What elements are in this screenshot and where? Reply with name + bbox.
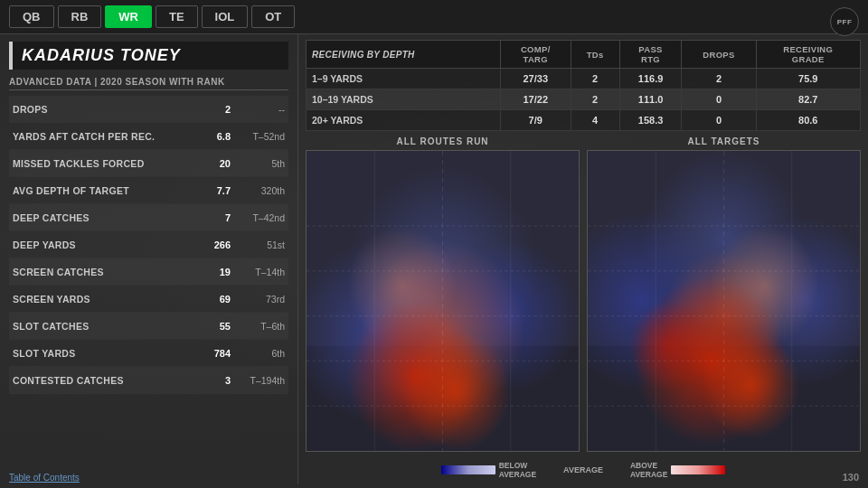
stat-value: 69 — [190, 294, 231, 305]
cell-tds: 4 — [571, 110, 619, 131]
stat-label: MISSED TACKLES FORCED — [13, 158, 190, 169]
page-number: 130 — [843, 472, 859, 483]
cell-grade: 75.9 — [756, 69, 861, 89]
cell-comp-targ: 27/33 — [501, 69, 571, 89]
cell-comp-targ: 7/9 — [501, 110, 571, 131]
stat-rank: T–14th — [231, 267, 285, 277]
cell-drops: 2 — [682, 69, 756, 89]
stat-row: MISSED TACKLES FORCED 20 5th — [9, 150, 288, 177]
cell-grade: 82.7 — [756, 89, 861, 110]
heatmap-routes-title: ALL ROUTES RUN — [396, 136, 488, 146]
legend-below-bar — [441, 465, 495, 474]
main-content: KADARIUS TONEY ADVANCED DATA | 2020 SEAS… — [0, 34, 868, 484]
stat-value: 3 — [190, 375, 231, 386]
stat-row: SCREEN CATCHES 19 T–14th — [9, 258, 288, 286]
cell-drops: 0 — [682, 110, 756, 131]
nav-ot[interactable]: OT — [251, 5, 295, 28]
cell-tds: 2 — [571, 89, 619, 110]
stat-value: 266 — [190, 239, 231, 250]
stat-rank: -- — [231, 104, 285, 115]
stat-row: AVG DEPTH OF TARGET 7.7 320th — [9, 177, 288, 204]
col-tds: TDs — [571, 41, 619, 69]
right-panel: RECEIVING BY DEPTH COMP/TARG TDs PASSRTG… — [298, 34, 868, 484]
stat-label: SCREEN YARDS — [13, 294, 190, 305]
stat-row: SLOT YARDS 784 6th — [9, 340, 288, 367]
stat-rank: T–42nd — [231, 212, 285, 223]
stat-label: SLOT YARDS — [13, 348, 190, 359]
cell-pass-rtg: 111.0 — [619, 89, 682, 110]
stat-rank: 6th — [231, 348, 285, 359]
cell-pass-rtg: 158.3 — [619, 110, 682, 131]
cell-tds: 2 — [571, 69, 619, 89]
stat-value: 2 — [190, 104, 231, 115]
heatmaps-section: ALL ROUTES RUN — [306, 136, 861, 452]
stat-label: DEEP CATCHES — [13, 212, 190, 223]
stat-value: 55 — [190, 321, 231, 332]
nav-te[interactable]: TE — [156, 5, 198, 28]
stat-rank: T–52nd — [231, 131, 285, 142]
left-panel: KADARIUS TONEY ADVANCED DATA | 2020 SEAS… — [0, 34, 298, 484]
stat-label: DROPS — [13, 104, 190, 115]
stat-row: SLOT CATCHES 55 T–6th — [9, 313, 288, 340]
row-label: 20+ YARDS — [307, 110, 501, 131]
stat-value: 784 — [190, 348, 231, 359]
stat-rank: 51st — [231, 239, 285, 250]
row-label: 10–19 YARDS — [307, 89, 501, 110]
player-name-box: KADARIUS TONEY — [9, 42, 288, 70]
stat-rank: T–194th — [231, 375, 285, 386]
heatmap-routes-box — [306, 150, 580, 452]
cell-drops: 0 — [682, 89, 756, 110]
stat-value: 19 — [190, 267, 231, 277]
receiving-rows: 1–9 YARDS 27/33 2 116.9 2 75.9 10–19 YAR… — [307, 69, 861, 131]
legend-below-label: BELOWAVERAGE — [499, 461, 536, 479]
heatmap-routes: ALL ROUTES RUN — [306, 136, 580, 452]
stat-value: 7.7 — [190, 185, 231, 196]
heatmap-targets: ALL TARGETS — [587, 136, 861, 452]
nav-iol[interactable]: IOL — [202, 5, 249, 28]
stat-label: DEEP YARDS — [13, 239, 190, 250]
stat-rank: 5th — [231, 158, 285, 169]
row-label: 1–9 YARDS — [307, 69, 501, 89]
stat-row: DEEP YARDS 266 51st — [9, 231, 288, 258]
table-title-header: RECEIVING BY DEPTH — [307, 41, 501, 69]
legend-above-label: ABOVEAVERAGE — [630, 461, 667, 479]
stat-rank: T–6th — [231, 321, 285, 332]
stat-label: CONTESTED CATCHES — [13, 375, 190, 386]
col-grade: RECEIVINGGRADE — [756, 41, 861, 69]
stat-rank: 73rd — [231, 294, 285, 305]
player-name: KADARIUS TONEY — [22, 46, 181, 64]
nav-wr[interactable]: WR — [105, 5, 152, 28]
nav-rb[interactable]: RB — [58, 5, 102, 28]
receiving-table: RECEIVING BY DEPTH COMP/TARG TDs PASSRTG… — [306, 40, 861, 131]
legend-average-label: AVERAGE — [563, 465, 603, 474]
stat-label: SLOT CATCHES — [13, 321, 190, 332]
legend-above: ABOVEAVERAGE — [630, 461, 725, 479]
legend-below: BELOWAVERAGE — [441, 461, 536, 479]
pff-logo-text: PFF — [837, 18, 853, 26]
heatmap-targets-title: ALL TARGETS — [687, 136, 760, 146]
cell-grade: 80.6 — [756, 110, 861, 131]
stat-row: DEEP CATCHES 7 T–42nd — [9, 204, 288, 231]
position-nav: QB RB WR TE IOL OT PFF — [0, 0, 868, 34]
toc-link[interactable]: Table of Contents — [9, 473, 80, 483]
legend-above-bar — [671, 465, 725, 474]
stat-label: YARDS AFT CATCH PER REC. — [13, 131, 190, 142]
stat-value: 20 — [190, 158, 231, 169]
stat-row: CONTESTED CATCHES 3 T–194th — [9, 367, 288, 394]
pff-logo: PFF — [830, 7, 859, 36]
stat-label: AVG DEPTH OF TARGET — [13, 185, 190, 196]
col-pass-rtg: PASSRTG — [619, 41, 682, 69]
table-row: 20+ YARDS 7/9 4 158.3 0 80.6 — [307, 110, 861, 131]
stat-label: SCREEN CATCHES — [13, 267, 190, 277]
cell-pass-rtg: 116.9 — [619, 69, 682, 89]
cell-comp-targ: 17/22 — [501, 89, 571, 110]
stat-row: DROPS 2 -- — [9, 96, 288, 123]
table-row: 10–19 YARDS 17/22 2 111.0 0 82.7 — [307, 89, 861, 110]
section-header: ADVANCED DATA | 2020 SEASON WITH RANK — [9, 77, 288, 90]
stat-value: 6.8 — [190, 131, 231, 142]
stat-row: SCREEN YARDS 69 73rd — [9, 286, 288, 313]
stat-rank: 320th — [231, 185, 285, 196]
stat-value: 7 — [190, 212, 231, 223]
nav-qb[interactable]: QB — [9, 5, 54, 28]
table-row: 1–9 YARDS 27/33 2 116.9 2 75.9 — [307, 69, 861, 89]
